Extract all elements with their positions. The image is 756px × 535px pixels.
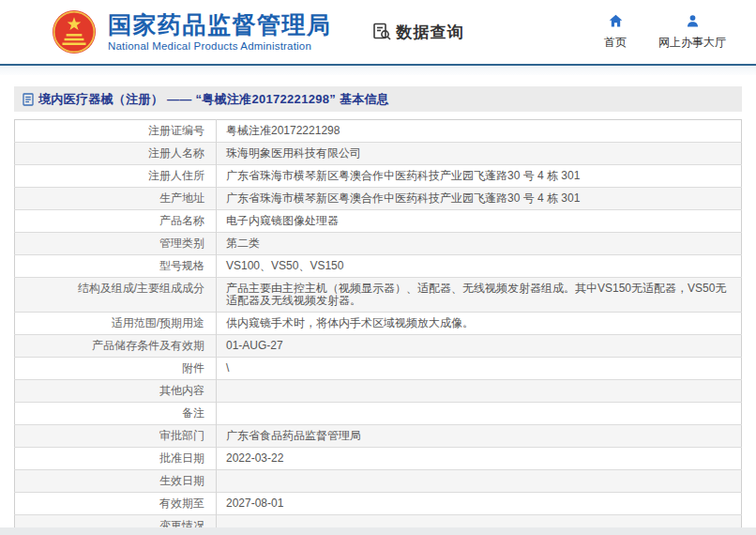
table-row: 型号规格 VS100、VS50、VS150 [15, 255, 742, 278]
row-label-text: 产品名称 [159, 214, 204, 227]
row-label: 有效期至 [15, 493, 217, 515]
row-value: 产品主要由主控主机（视频显示器）、适配器、无线视频发射器组成。其中VS150无适… [217, 278, 742, 313]
row-value: 珠海明象医用科技有限公司 [217, 143, 742, 165]
row-label-text: 其他内容 [159, 384, 204, 397]
table-row: 产品储存条件及有效期 01-AUG-27 [15, 335, 742, 358]
info-table-body: 注册证编号 粤械注准20172221298 注册人名称 珠海明象医用科技有限公司… [15, 120, 742, 535]
site-title: 国家药品监督管理局 [108, 12, 332, 38]
row-label-text: 注册证编号 [148, 124, 204, 137]
header-hatch-band [0, 66, 756, 75]
footer-band [0, 527, 756, 535]
row-label-text: 有效期至 [159, 497, 204, 510]
row-label-text: 备注 [182, 406, 204, 420]
home-icon [608, 13, 624, 29]
table-row: 生效日期 [15, 470, 742, 493]
row-label: 适用范围/预期用途 [15, 313, 217, 335]
row-label: 结构及组成/主要组成成分 [15, 278, 217, 313]
info-table: 注册证编号 粤械注准20172221298 注册人名称 珠海明象医用科技有限公司… [14, 119, 742, 535]
row-label: 批准日期 [15, 448, 217, 470]
row-label: 生产地址 [15, 188, 217, 210]
site-subtitle: National Medical Products Administration [108, 40, 332, 52]
row-value: VS100、VS50、VS150 [217, 255, 742, 278]
row-label: 审批部门 [15, 425, 217, 448]
nav-item-label: 首页 [604, 35, 627, 51]
row-label: 其他内容 [15, 380, 217, 403]
table-row: 适用范围/预期用途 供内窥镜手术时，将体内手术区域视频放大成像。 [15, 313, 742, 335]
row-label: 备注 [15, 403, 217, 425]
breadcrumb-title-bar: 境内医疗器械（注册） —— “粤械注准20172221298” 基本信息 [14, 86, 742, 112]
row-value: 广东省珠海市横琴新区粤澳合作中医药科技产业园飞蓬路30 号 4 栋 301 [217, 188, 742, 210]
row-value: 广东省珠海市横琴新区粤澳合作中医药科技产业园飞蓬路30 号 4 栋 301 [217, 165, 742, 188]
row-label: 附件 [15, 358, 217, 380]
row-label: 注册证编号 [15, 120, 217, 143]
table-row: 注册人住所 广东省珠海市横琴新区粤澳合作中医药科技产业园飞蓬路30 号 4 栋 … [15, 165, 742, 188]
row-label: 注册人名称 [15, 143, 217, 165]
nav-item-label: 网上办事大厅 [658, 35, 726, 51]
data-query-tab[interactable]: 数据查询 [371, 22, 464, 43]
row-label-text: 批准日期 [159, 451, 204, 465]
row-value: 01-AUG-27 [217, 335, 742, 358]
row-label: 产品储存条件及有效期 [15, 335, 217, 358]
table-row: 有效期至 2027-08-01 [15, 493, 742, 515]
row-label: 管理类别 [15, 233, 217, 255]
row-label-text: 附件 [182, 361, 204, 374]
table-row: 结构及组成/主要组成成分 产品主要由主控主机（视频显示器）、适配器、无线视频发射… [15, 278, 742, 313]
row-label-text: 适用范围/预期用途 [112, 316, 204, 329]
row-label: 产品名称 [15, 210, 217, 233]
row-label-text: 注册人名称 [148, 146, 204, 160]
table-row: 备注 [15, 403, 742, 425]
row-label-text: 管理类别 [159, 237, 204, 250]
table-row: 附件 \ [15, 358, 742, 380]
brand-text: 国家药品监督管理局 National Medical Products Admi… [108, 12, 332, 53]
nav-item-service-hall[interactable]: 网上办事大厅 [658, 13, 726, 51]
row-label-text: 型号规格 [159, 259, 204, 272]
row-value: 2027-08-01 [217, 493, 742, 515]
table-row: 注册证编号 粤械注准20172221298 [15, 120, 742, 143]
row-value: \ [217, 358, 742, 380]
row-value [217, 403, 742, 425]
document-search-icon [371, 22, 392, 42]
row-label: 注册人住所 [15, 165, 217, 188]
table-row: 批准日期 2022-03-22 [15, 448, 742, 470]
row-label-text: 注册人住所 [148, 169, 204, 182]
table-row: 生产地址 广东省珠海市横琴新区粤澳合作中医药科技产业园飞蓬路30 号 4 栋 3… [15, 188, 742, 210]
row-value [217, 380, 742, 403]
row-value: 第二类 [217, 233, 742, 255]
table-row: 其他内容 [15, 380, 742, 403]
table-row: 注册人名称 珠海明象医用科技有限公司 [15, 143, 742, 165]
row-value: 粤械注准20172221298 [217, 120, 742, 143]
row-value: 2022-03-22 [217, 448, 742, 470]
data-query-label: 数据查询 [397, 22, 464, 43]
row-label-text: 结构及组成/主要组成成分 [78, 282, 204, 295]
document-icon [23, 93, 34, 106]
china-national-emblem-icon [52, 9, 97, 54]
row-label-text: 产品储存条件及有效期 [92, 339, 204, 352]
table-row: 产品名称 电子内窥镜图像处理器 [15, 210, 742, 233]
row-label: 生效日期 [15, 470, 217, 493]
row-value: 供内窥镜手术时，将体内手术区域视频放大成像。 [217, 313, 742, 335]
table-row: 管理类别 第二类 [15, 233, 742, 255]
top-nav: 首页 网上办事大厅 [604, 13, 726, 51]
row-label: 型号规格 [15, 255, 217, 278]
site-header: 国家药品监督管理局 National Medical Products Admi… [0, 0, 756, 64]
person-icon [685, 13, 701, 29]
table-row: 审批部门 广东省食品药品监督管理局 [15, 425, 742, 448]
row-label-text: 生产地址 [159, 191, 204, 205]
row-label-text: 生效日期 [159, 474, 204, 487]
nav-item-home[interactable]: 首页 [604, 13, 627, 51]
page-title: 境内医疗器械（注册） —— “粤械注准20172221298” 基本信息 [38, 91, 389, 108]
row-value: 广东省食品药品监督管理局 [217, 425, 742, 448]
row-value: 电子内窥镜图像处理器 [217, 210, 742, 233]
row-value [217, 470, 742, 493]
main-content: 境内医疗器械（注册） —— “粤械注准20172221298” 基本信息 注册证… [0, 75, 756, 535]
row-label-text: 审批部门 [159, 429, 204, 442]
